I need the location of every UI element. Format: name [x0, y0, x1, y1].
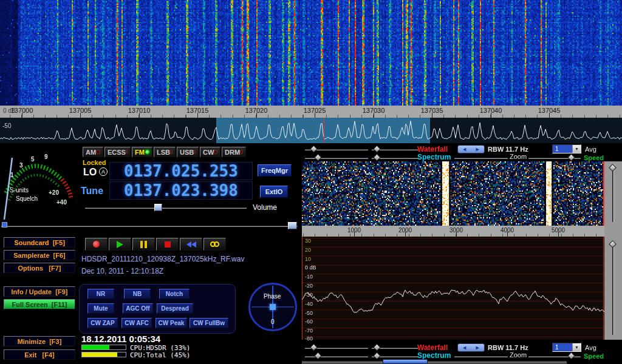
zoom-slider-handle-bottom[interactable] [567, 352, 575, 360]
waterfall-shift-buttons[interactable]: ◄ ► [457, 145, 485, 153]
wf-contrast-slider-handle[interactable] [373, 145, 381, 153]
samplerate-button[interactable]: Samplerate [F6] [4, 250, 75, 260]
volume-slider-handle[interactable] [154, 204, 162, 211]
wf-vertical-slider-handle[interactable] [609, 164, 617, 172]
cpu-total-label: CPU:Total (45%) [130, 351, 190, 359]
volume-slider-track[interactable] [85, 207, 247, 209]
dropdown-arrow-icon[interactable]: ▼ [572, 343, 581, 351]
cw-zap-button[interactable]: CW ZAP [87, 318, 118, 328]
mode-button-lsb[interactable]: LSB [154, 147, 176, 157]
cw-fullbw-button[interactable]: CW FullBw [190, 318, 228, 328]
sp-contrast-slider-handle[interactable] [373, 153, 381, 161]
db-tick: 10 [305, 256, 311, 262]
db-tick: -40 [305, 301, 313, 307]
af-spectrum-display[interactable]: 30 [302, 237, 604, 340]
loop-button[interactable] [203, 238, 226, 251]
avg-select[interactable]: 1 ▼ [552, 144, 581, 153]
squelch-marker[interactable] [2, 222, 7, 228]
freqmgr-button[interactable]: FreqMgr [258, 164, 292, 177]
zoom-slider-handle[interactable] [567, 153, 575, 161]
fullscreen-button[interactable]: Full Screen [F11] [4, 299, 75, 309]
shift-left-icon[interactable]: ◄ [462, 345, 467, 351]
freq-tick-label: 137015 [186, 107, 209, 114]
nr-button[interactable]: NR [87, 289, 114, 299]
shift-right-icon[interactable]: ► [475, 147, 480, 152]
pan-scrollbar-track[interactable] [302, 360, 567, 363]
notch-button[interactable]: Notch [159, 289, 190, 299]
waterfall-label[interactable]: Waterfall [417, 145, 448, 153]
sp2-contrast-slider-handle[interactable] [373, 352, 381, 360]
meter-scale-3: 3 [19, 162, 23, 169]
wf-brightness-slider-handle[interactable] [310, 145, 318, 153]
af-waterfall-display[interactable] [302, 161, 604, 226]
mode-button-usb[interactable]: USB [177, 147, 199, 157]
main-spectrum-display[interactable]: -50 [0, 118, 622, 143]
datetime-display: 18.12.2011 0:05:34 [81, 334, 160, 344]
exit-button[interactable]: Exit [F4] [4, 349, 75, 360]
stop-button[interactable] [156, 238, 179, 251]
waterfall-label-bottom[interactable]: Waterfall [417, 343, 448, 352]
mode-button-drm[interactable]: DRM [222, 147, 246, 157]
sp-brightness-slider-handle[interactable] [314, 153, 322, 161]
usb-led-icon [194, 150, 196, 154]
zoom-label: Zoom [508, 153, 528, 160]
spectrum-label-bottom[interactable]: Spectrum [417, 351, 451, 360]
record-button[interactable] [85, 238, 108, 251]
s-meter[interactable]: 1 3 5 9 +20 +40 S-units Squelch [1, 144, 78, 220]
antenna-badge[interactable]: A [99, 167, 108, 176]
tune-frequency-display[interactable]: 0137.023.398 [109, 181, 253, 200]
sp-vertical-slider-track[interactable] [612, 241, 614, 335]
sp2-brightness-slider-handle[interactable] [314, 352, 322, 360]
rewind-button[interactable] [180, 238, 202, 251]
mode-button-cw[interactable]: CW [200, 147, 220, 157]
db-tick: -70 [305, 328, 313, 334]
shift-left-icon[interactable]: ◄ [462, 147, 467, 152]
wf-vertical-slider-track[interactable] [612, 165, 614, 222]
af-tick-label: 5000 [552, 227, 565, 234]
wf2-brightness-slider-handle[interactable] [310, 343, 318, 351]
loop-icon [210, 241, 219, 247]
play-button[interactable] [109, 238, 131, 251]
nb-button[interactable]: NB [124, 289, 151, 299]
phase-dial[interactable]: Phase 0 [248, 283, 297, 331]
zoom-label-bottom: Zoom [508, 351, 528, 359]
spectrum-label[interactable]: Spectrum [417, 153, 451, 161]
waterfall-shift-buttons-bottom[interactable]: ◄ ► [457, 343, 485, 352]
meter-scale-9: 9 [44, 153, 48, 160]
s-meter-dial [1, 144, 78, 220]
soundcard-button[interactable]: Soundcard [F5] [4, 237, 75, 248]
main-frequency-scale[interactable]: 0 dB 137000 137005 137010 137015 137020 … [0, 106, 622, 118]
pause-button[interactable] [132, 238, 155, 251]
extio-button[interactable]: ExtIO [260, 186, 288, 198]
cw-afc-button[interactable]: CW AFC [121, 318, 152, 328]
record-icon [93, 241, 100, 248]
mode-button-fm[interactable]: FM [132, 147, 152, 157]
avg-select-bottom[interactable]: 1 ▼ [552, 343, 581, 352]
despread-button[interactable]: Despread [157, 303, 193, 314]
info-update-button[interactable]: Info / Update [F9] [4, 286, 75, 297]
cw-peak-button[interactable]: CW Peak [156, 318, 187, 328]
shift-right-icon[interactable]: ► [475, 345, 480, 351]
freq-tick-label: 137025 [304, 107, 326, 114]
rewind-icon [186, 241, 196, 248]
dropdown-arrow-icon[interactable]: ▼ [572, 145, 581, 153]
minimize-button[interactable]: Minimize [F3] [4, 336, 75, 346]
af-tick-label: 3000 [449, 227, 463, 234]
display-split-slider-track[interactable] [1, 225, 298, 227]
mute-button[interactable]: Mute [87, 303, 114, 314]
freq-tick-label: 137000 [11, 107, 33, 114]
mode-button-ecss[interactable]: ECSS [104, 147, 131, 157]
wf2-contrast-slider-handle[interactable] [373, 343, 381, 351]
speed-label: Speed [584, 154, 604, 161]
drm-led-icon [240, 150, 243, 154]
lo-frequency-display[interactable]: 0137.025.253 [109, 162, 253, 180]
pan-scrollbar-handle[interactable] [383, 359, 428, 364]
af-frequency-scale[interactable]: 1000 2000 3000 4000 5000 [302, 226, 604, 237]
options-button[interactable]: Options [F7] [4, 263, 75, 273]
display-split-slider-handle[interactable] [288, 222, 297, 229]
agc-button[interactable]: AGC Off [123, 303, 153, 314]
mode-button-am[interactable]: AM [83, 147, 103, 157]
sp-vertical-slider-handle[interactable] [609, 240, 617, 248]
am-led-icon [96, 150, 100, 154]
main-waterfall-display[interactable] [0, 0, 622, 106]
